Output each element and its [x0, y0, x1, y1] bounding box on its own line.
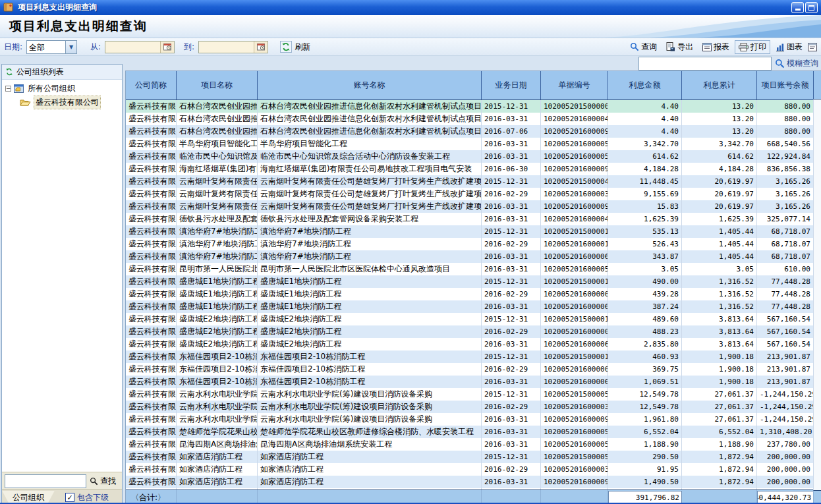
cell: 盛云科技有限公司	[126, 313, 177, 325]
table-row[interactable]: 盛云科技有限公司德钦县污水处理及配套管网设备采购安装工程德钦县污水处理及配套管网…	[126, 213, 821, 225]
table-row[interactable]: 盛云科技有限公司盛唐城E2地块消防工程盛唐城E2地块消防工程2015-12-31…	[126, 313, 821, 325]
vertical-scrollbar[interactable]	[813, 71, 821, 504]
table-row[interactable]: 盛云科技有限公司盛唐城E2地块消防工程盛唐城E2地块消防工程2016-03-31…	[126, 338, 821, 350]
refresh-button[interactable]: 刷新	[280, 41, 310, 53]
table-row[interactable]: 盛云科技有限公司如家酒店消防工程如家酒店消防工程2016-03-31102005…	[126, 476, 821, 488]
to-date-field[interactable]	[198, 41, 268, 53]
table-row[interactable]: 盛云科技有限公司石林台湾农民创业园推进信息化创新农村水利建管机制试点项目石林台湾…	[126, 113, 821, 125]
cell: 1020052016000053	[541, 150, 608, 163]
cell: 12,549.78	[608, 401, 682, 413]
tree-node-all-orgs[interactable]: − 所有公司组织	[2, 82, 122, 96]
table-row[interactable]: 盛云科技有限公司盛唐城E1地块消防工程盛唐城E1地块消防工程2016-03-31…	[126, 300, 821, 313]
tree-node-company[interactable]: 盛云科技有限公司	[2, 96, 122, 109]
cell: 3,342.70	[608, 138, 682, 150]
cell: 2016-03-31	[482, 438, 541, 451]
window-titlebar[interactable]: 项目利息支出明细查询	[0, 0, 821, 15]
column-header-3[interactable]: 业务日期	[482, 71, 541, 99]
cell: 盛云科技有限公司	[126, 125, 177, 138]
table-row[interactable]: 盛云科技有限公司滇池华府7#地块消防工程滇池华府7#地块消防工程2015-12-…	[126, 225, 821, 238]
cell: 9,155.69	[608, 188, 682, 200]
query-button[interactable]: 查询	[626, 40, 661, 54]
table-row[interactable]: 盛云科技有限公司盛唐城E2地块消防工程盛唐城E2地块消防工程2016-02-29…	[126, 325, 821, 338]
cell: 盛云科技有限公司	[126, 463, 177, 476]
cell: 2016-03-31	[482, 200, 541, 213]
table-row[interactable]: 盛云科技有限公司半岛华府项目智能化工程半岛华府项目智能化工程2016-03-31…	[126, 138, 821, 150]
chart-button[interactable]: 图表	[772, 40, 807, 54]
table-row[interactable]: 盛云科技有限公司云南水利水电职业学院云南水利水电职业学院(筹)建设项目消防设备采…	[126, 401, 821, 413]
fuzzy-search-input[interactable]	[638, 57, 772, 70]
cell: 1020052016000056	[541, 438, 608, 451]
table-row[interactable]: 盛云科技有限公司如家酒店消防工程如家酒店消防工程2015-12-31102005…	[126, 451, 821, 463]
table-row[interactable]: 盛云科技有限公司昆海四期A区商场排油烟系统安装工程昆海四期A区商场排油烟系统安装…	[126, 438, 821, 451]
cell: 11,448.45	[608, 175, 682, 188]
cell: 盛云科技有限公司	[126, 200, 177, 213]
table-row[interactable]: 盛云科技有限公司云南烟叶复烤有限责任公司楚雄复烤厂打叶复烤生产线改扩建项目云南烟…	[126, 188, 821, 200]
table-row[interactable]: 盛云科技有限公司如家酒店消防工程如家酒店消防工程2016-02-29102005…	[126, 463, 821, 476]
column-header-1[interactable]: 项目名称	[177, 71, 258, 99]
refresh-icon	[280, 41, 292, 53]
table-row[interactable]: 盛云科技有限公司云南水利水电职业学院云南水利水电职业学院(筹)建设项目消防设备采…	[126, 388, 821, 401]
cell: 盛云科技有限公司	[126, 288, 177, 300]
from-date-field[interactable]	[105, 41, 175, 53]
minimize-button[interactable]	[791, 2, 804, 13]
chevron-down-icon[interactable]: ▼	[65, 41, 76, 53]
table-row[interactable]: 盛云科技有限公司昆明市第一人民医院北市区医院体检中心通风改造项目昆明市第一人民医…	[126, 263, 821, 275]
date-range-value: 全部	[27, 41, 65, 53]
table-row[interactable]: 盛云科技有限公司云南烟叶复烤有限责任公司楚雄复烤厂打叶复烤生产线改扩建项目云南烟…	[126, 200, 821, 213]
cell: 云南烟叶复烤有限责任公司楚雄复烤厂打叶复烤生产线改扩建项目	[177, 200, 258, 213]
find-button[interactable]: 查找	[90, 476, 116, 487]
cell: 云南烟叶复烤有限责任公司楚雄复烤厂打叶复烤生产线改扩建项目	[258, 200, 482, 213]
cell: 1020052016000009	[541, 288, 608, 300]
table-row[interactable]: 盛云科技有限公司石林台湾农民创业园推进信息化创新农村水利建管机制试点项目石林台湾…	[126, 100, 821, 113]
report-label: 报表	[714, 42, 729, 53]
scrollbar-track[interactable]	[813, 99, 821, 490]
print-button[interactable]: 打印	[735, 40, 770, 54]
table-row[interactable]: 盛云科技有限公司楚雄师范学院花果山校区教师进修综合楼消防、水暖安装工程楚雄师范学…	[126, 426, 821, 438]
calendar-icon[interactable]	[160, 42, 174, 53]
cell: 27,061.37	[682, 413, 757, 426]
cell: 如家酒店消防工程	[258, 451, 482, 463]
table-row[interactable]: 盛云科技有限公司云南烟叶复烤有限责任公司楚雄复烤厂打叶复烤生产线改扩建项目云南烟…	[126, 175, 821, 188]
clipped-toolbar-button[interactable]	[808, 43, 817, 51]
column-header-2[interactable]: 账号名称	[258, 71, 482, 99]
column-header-6[interactable]: 利息累计	[682, 71, 757, 99]
table-row[interactable]: 盛云科技有限公司云南水利水电职业学院云南水利水电职业学院(筹)建设项目消防设备采…	[126, 413, 821, 426]
include-subordinates-label: 包含下级	[77, 492, 109, 503]
fuzzy-search-button[interactable]: 模糊查询	[775, 58, 818, 69]
calendar-icon[interactable]	[254, 42, 268, 53]
table-row[interactable]: 盛云科技有限公司滇池华府7#地块消防工程滇池华府7#地块消防工程2016-02-…	[126, 238, 821, 250]
table-row[interactable]: 盛云科技有限公司东福佳园项目2-10栋消防工程东福佳园项目2-10栋消防工程20…	[126, 350, 821, 363]
cell: 200,000.00	[757, 463, 814, 476]
maximize-button[interactable]	[805, 2, 818, 13]
cell: 2016-03-31	[482, 426, 541, 438]
column-header-7[interactable]: 项目账号余额	[757, 71, 814, 99]
tree-collapse-icon[interactable]: −	[5, 86, 11, 92]
cell: 1020052016000062	[541, 376, 608, 388]
cell: 2015-12-31	[482, 313, 541, 325]
date-range-select[interactable]: 全部 ▼	[26, 40, 77, 54]
table-row[interactable]: 盛云科技有限公司东福佳园项目2-10栋消防工程东福佳园项目2-10栋消防工程20…	[126, 376, 821, 388]
cell: 4.40	[608, 113, 682, 125]
to-date-input[interactable]	[199, 42, 254, 53]
cell: 盛云科技有限公司	[126, 401, 177, 413]
cell: 2016-02-29	[482, 288, 541, 300]
table-row[interactable]: 盛云科技有限公司盛唐城E1地块消防工程盛唐城E1地块消防工程2015-12-31…	[126, 275, 821, 288]
table-row[interactable]: 盛云科技有限公司石林台湾农民创业园推进信息化创新农村水利建管机制试点项目石林台湾…	[126, 125, 821, 138]
cell: 460.93	[608, 350, 682, 363]
table-row[interactable]: 盛云科技有限公司东福佳园项目2-10栋消防工程东福佳园项目2-10栋消防工程20…	[126, 363, 821, 376]
table-row[interactable]: 盛云科技有限公司盛唐城E1地块消防工程盛唐城E1地块消防工程2016-02-29…	[126, 288, 821, 300]
find-input[interactable]	[5, 474, 86, 488]
report-button[interactable]: 报表	[698, 40, 733, 54]
column-header-5[interactable]: 利息金额	[608, 71, 682, 99]
from-date-input[interactable]	[105, 42, 160, 53]
table-row[interactable]: 盛云科技有限公司海南红塔烟草(集团)有限责任公司易地技改工程项目电气安装海南红塔…	[126, 163, 821, 175]
table-row[interactable]: 盛云科技有限公司临沧市民中心知识馆及综合活动中心消防设备安装工程临沧市民中心知识…	[126, 150, 821, 163]
tab-company-organization[interactable]: 公司组织	[2, 491, 55, 504]
column-header-4[interactable]: 单据编号	[541, 71, 608, 99]
column-header-0[interactable]: 公司简称	[126, 71, 177, 99]
include-subordinates-checkbox[interactable]: ✓	[65, 493, 74, 502]
table-row[interactable]: 盛云科技有限公司滇池华府7#地块消防工程滇池华府7#地块消防工程2016-03-…	[126, 250, 821, 263]
cell: 云南水利水电职业学院	[177, 388, 258, 401]
decorative-swoosh	[604, 15, 821, 38]
export-button[interactable]: 导出	[662, 40, 697, 54]
